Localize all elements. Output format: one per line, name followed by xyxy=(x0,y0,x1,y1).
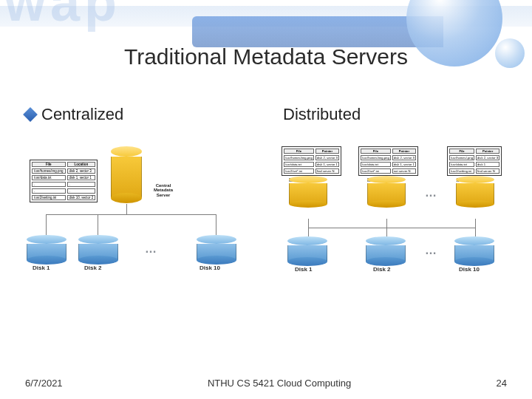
centralized-column: Centralized File Location /usr/homes/img… xyxy=(25,105,253,316)
disk-label: Disk 2 xyxy=(84,265,102,271)
connector-line xyxy=(46,214,216,215)
disk-cylinder-icon xyxy=(27,235,66,265)
disk-label: Disk 1 xyxy=(295,266,313,273)
disk-cylinder-icon xyxy=(366,236,406,266)
disk-cylinder-icon xyxy=(78,235,118,265)
distributed-heading: Distributed xyxy=(283,105,507,124)
metadata-server-cylinder-icon xyxy=(367,176,406,208)
ellipsis-icon: … xyxy=(425,244,438,257)
central-file-table: File Location /usr/homes/img.pngdisk 2, … xyxy=(30,160,98,202)
disk-label: Disk 1 xyxy=(33,265,50,271)
connector-line xyxy=(46,214,47,235)
metadata-server-cylinder-icon xyxy=(456,176,494,208)
bullet-diamond-icon xyxy=(23,107,38,122)
watermark-text: wap xyxy=(4,0,121,33)
disk-label: Disk 10 xyxy=(200,265,220,271)
connector-line xyxy=(216,214,216,235)
dist-table-10: FilePointer /usr/homes/.pngdisk 2, secto… xyxy=(447,146,502,176)
central-server-label: Central Metadata Server xyxy=(146,183,180,197)
dist-table-1: FilePointer /usr/homes/img.pngdisk 2, se… xyxy=(282,146,341,176)
disk-cylinder-icon xyxy=(454,236,494,266)
disk-label: Disk 10 xyxy=(459,266,480,273)
metadata-server-10: Metadata Server 10 xyxy=(456,176,480,188)
distributed-column: Distributed FilePointer /usr/homes/img.p… xyxy=(279,105,507,316)
metadata-server-1: Metadata Server 1 xyxy=(289,176,311,188)
central-table-header-loc: Location xyxy=(67,162,96,167)
ellipsis-icon: … xyxy=(145,242,158,256)
metadata-server-2: Metadata Server 2 xyxy=(367,176,389,188)
footer-date: 6/7/2021 xyxy=(25,378,63,389)
dist-table-2: FilePointer /usr/homes/img.pngdisk 2, se… xyxy=(358,146,418,176)
centralized-heading: Centralized xyxy=(25,105,253,124)
centralized-diagram: File Location /usr/homes/img.pngdisk 2, … xyxy=(25,146,253,316)
slide-title: Traditional Metadata Servers xyxy=(0,44,532,69)
footer-page-number: 24 xyxy=(497,378,507,389)
footer-course: NTHU CS 5421 Cloud Computing xyxy=(63,378,497,389)
decor-band-blue xyxy=(192,16,443,47)
disk-cylinder-icon xyxy=(287,236,327,266)
connector-line xyxy=(308,228,475,228)
distributed-heading-text: Distributed xyxy=(283,105,361,124)
disk-cylinder-icon xyxy=(197,235,236,265)
central-server-cylinder-icon xyxy=(111,146,142,203)
centralized-heading-text: Centralized xyxy=(41,105,123,124)
content-row: Centralized File Location /usr/homes/img… xyxy=(25,105,507,316)
connector-line xyxy=(98,214,98,235)
connector-line xyxy=(126,204,127,214)
metadata-server-cylinder-icon xyxy=(289,176,327,208)
slide-footer: 6/7/2021 NTHU CS 5421 Cloud Computing 24 xyxy=(25,378,507,389)
central-table-header-file: File xyxy=(32,162,66,167)
connector-line xyxy=(475,219,476,236)
disk-label: Disk 2 xyxy=(373,266,391,273)
ellipsis-icon: … xyxy=(425,186,438,200)
distributed-diagram: FilePointer /usr/homes/img.pngdisk 2, se… xyxy=(279,146,507,316)
